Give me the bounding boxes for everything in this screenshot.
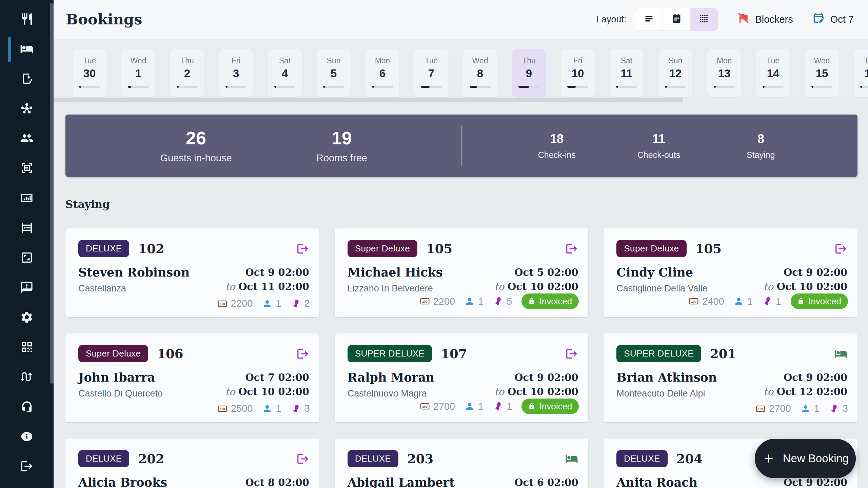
footprint-icon <box>829 404 839 414</box>
booking-card[interactable]: Super Deluxe 105 Cindy Cline Castiglione… <box>604 228 857 317</box>
date-cell-fri-3[interactable]: Fri3 <box>219 49 253 97</box>
blockers-button[interactable]: Blockers <box>737 12 793 27</box>
checkout-icon[interactable] <box>565 347 578 360</box>
guest-city: Castiglione Della Valle <box>616 283 707 294</box>
stay-dates: Oct 9 02:00 toOct 10 02:00 <box>764 265 847 294</box>
day-number: 12 <box>669 67 682 80</box>
date-cell-mon-6[interactable]: Mon6 <box>366 49 399 97</box>
date-cell-tue-7[interactable]: Tue7 <box>414 49 448 97</box>
rate-metric: 1002200 <box>217 298 253 309</box>
sidebar-item-bed[interactable] <box>20 43 34 56</box>
day-number: 6 <box>379 67 386 80</box>
swap-icon <box>20 370 34 385</box>
checkout-icon[interactable] <box>296 242 309 255</box>
guest-name: Anita Roach <box>616 475 697 488</box>
date-picker-button[interactable]: Oct 7 <box>812 12 854 27</box>
svg-text:100: 100 <box>220 302 225 305</box>
date-cell-wed-15[interactable]: Wed15 <box>805 49 839 97</box>
sidebar-item-restaurant[interactable] <box>20 13 34 26</box>
date-cell-wed-1[interactable]: Wed1 <box>121 49 155 97</box>
date-cell-thu-2[interactable]: Thu2 <box>170 49 204 97</box>
date-cell-tue-14[interactable]: Tue14 <box>756 49 790 97</box>
day-of-week: Wed <box>814 56 830 65</box>
sidebar-item-stats-card[interactable] <box>20 192 34 205</box>
lock-icon <box>528 403 535 410</box>
stat-value: 18 <box>506 132 608 146</box>
stats-primary: 26Guests in-house19Rooms free <box>123 128 415 164</box>
booking-card[interactable]: Super Deluxe 106 John Ibarra Castello Di… <box>65 333 319 422</box>
day-number: 9 <box>526 67 532 80</box>
date-cell-sun-12[interactable]: Sun12 <box>658 49 692 97</box>
plus-icon <box>762 452 775 465</box>
sidebar-item-people[interactable] <box>20 132 34 146</box>
checkout-icon[interactable] <box>296 452 309 465</box>
checkout-icon[interactable] <box>296 347 309 360</box>
date-cell-thu-16[interactable]: Thu16 <box>854 49 868 97</box>
checkout-icon[interactable] <box>565 242 578 255</box>
sidebar-item-info[interactable] <box>20 430 34 444</box>
layout-option-list-lines[interactable] <box>635 8 663 30</box>
day-of-week: Mon <box>717 56 732 65</box>
booking-card[interactable]: DELUXE 203 Abigail Lambert Oct 6 02:00 <box>335 439 589 488</box>
stay-dates: Oct 9 02:00 toOct 10 02:00 <box>494 370 578 399</box>
stay-dates: Oct 8 02:00 <box>245 475 309 488</box>
occupancy-bar <box>567 86 588 88</box>
date-from: Oct 8 02:00 <box>245 475 309 488</box>
doc-scan-icon <box>20 161 34 176</box>
booking-card[interactable]: Super Deluxe 105 Michael Hicks Lizzano I… <box>335 228 589 317</box>
occupancy-bar <box>128 86 149 88</box>
booking-card[interactable]: SUPER DELUXE 201 Brian Atkinson Monteacu… <box>604 333 857 422</box>
day-of-week: Sun <box>669 56 683 65</box>
date-cell-sun-5[interactable]: Sun5 <box>317 49 351 97</box>
booking-card[interactable]: DELUXE 102 Steven Robinson Castellanza O… <box>65 228 319 317</box>
footprint-icon <box>291 299 301 309</box>
sidebar-nav <box>0 0 54 474</box>
sidebar-item-feedback[interactable] <box>20 281 34 295</box>
day-of-week: Wed <box>472 56 488 65</box>
date-from: Oct 6 02:00 <box>514 475 578 488</box>
date-strip-scrollbar[interactable] <box>54 98 683 102</box>
sidebar-item-doc-scan[interactable] <box>20 162 34 176</box>
sidebar-item-qr-code[interactable] <box>20 341 34 354</box>
in-house-bed-icon[interactable] <box>565 452 578 465</box>
sidebar-item-book-sparkle[interactable] <box>20 73 34 86</box>
layout-option-schedule-board[interactable] <box>663 8 690 30</box>
room-type-badge: Super Deluxe <box>78 345 148 362</box>
sidebar-item-swap[interactable] <box>20 371 34 384</box>
guest-name: Ralph Moran <box>348 370 435 384</box>
day-of-week: Thu <box>864 56 868 65</box>
adults-metric: 1 <box>801 403 820 414</box>
date-cell-wed-8[interactable]: Wed8 <box>463 49 497 97</box>
to-word: to <box>494 386 504 398</box>
stat-value: 8 <box>710 132 812 146</box>
date-cell-mon-13[interactable]: Mon13 <box>707 49 741 97</box>
sidebar-item-settings[interactable] <box>20 311 34 325</box>
date-cell-tue-30[interactable]: Tue30 <box>73 49 106 97</box>
stat-check-outs: 11Check-outs <box>608 132 710 160</box>
date-cell-fri-10[interactable]: Fri10 <box>561 49 595 97</box>
sidebar-item-frame-corners[interactable] <box>20 251 34 265</box>
booking-card[interactable]: SUPER DELUXE 107 Ralph Moran Castelnuovo… <box>335 333 589 422</box>
in-house-bed-icon[interactable] <box>834 347 847 360</box>
date-cell-sat-11[interactable]: Sat11 <box>610 49 644 97</box>
banknote-icon: 100 <box>217 299 228 309</box>
sidebar-item-logout[interactable] <box>20 460 34 474</box>
date-cell-thu-9[interactable]: Thu9 <box>512 49 546 97</box>
sidebar-item-hub[interactable] <box>20 102 34 116</box>
svg-text:100: 100 <box>422 405 427 408</box>
day-of-week: Tue <box>767 56 780 65</box>
sidebar-item-bunk-bed[interactable] <box>20 222 34 235</box>
person-icon <box>801 404 811 414</box>
sidebar-item-support[interactable] <box>20 401 34 414</box>
stay-dates: Oct 6 02:00 <box>514 475 578 488</box>
booking-card[interactable]: DELUXE 202 Alicia Brooks Oct 8 02:00 <box>65 439 319 488</box>
room-type-badge: Super Deluxe <box>348 240 417 257</box>
page-scrollbar[interactable] <box>50 3 54 384</box>
new-booking-button[interactable]: New Booking <box>755 439 856 478</box>
rate-value: 2500 <box>231 403 253 414</box>
rate-metric: 1002700 <box>755 403 791 414</box>
layout-switcher <box>635 8 718 31</box>
checkout-icon[interactable] <box>834 242 847 255</box>
date-cell-sat-4[interactable]: Sat4 <box>268 49 302 97</box>
layout-option-grid-dots[interactable] <box>690 8 717 30</box>
